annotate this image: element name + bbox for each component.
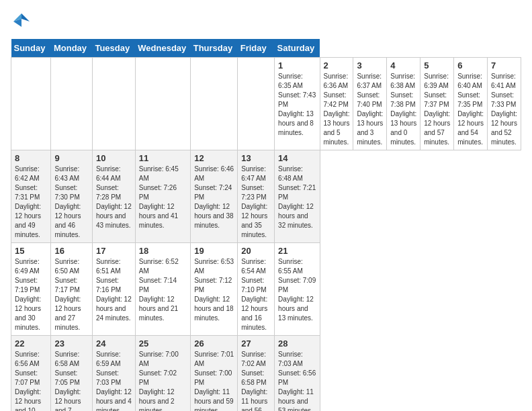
- day-info: Sunrise: 6:35 AMSunset: 7:43 PMDaylight:…: [278, 72, 316, 138]
- calendar-cell: [135, 58, 190, 150]
- day-number: 2: [324, 60, 350, 71]
- day-number: 6: [457, 60, 484, 71]
- day-info: Sunrise: 6:36 AMSunset: 7:42 PMDaylight:…: [324, 72, 350, 147]
- day-info: Sunrise: 6:58 AMSunset: 7:05 PMDaylight:…: [54, 350, 88, 411]
- day-info: Sunrise: 6:42 AMSunset: 7:31 PMDaylight:…: [15, 165, 47, 240]
- day-number: 21: [278, 246, 316, 256]
- day-info: Sunrise: 7:03 AMSunset: 6:56 PMDaylight:…: [278, 350, 316, 411]
- day-info: Sunrise: 6:55 AMSunset: 7:09 PMDaylight:…: [278, 257, 316, 323]
- day-number: 24: [96, 338, 132, 349]
- calendar-cell: 12Sunrise: 6:46 AMSunset: 7:24 PMDayligh…: [191, 150, 238, 243]
- day-number: 25: [139, 338, 187, 349]
- day-info: Sunrise: 6:54 AMSunset: 7:10 PMDaylight:…: [241, 257, 271, 332]
- calendar-cell: 20Sunrise: 6:54 AMSunset: 7:10 PMDayligh…: [238, 243, 275, 336]
- day-number: 4: [390, 60, 416, 71]
- day-info: Sunrise: 6:43 AMSunset: 7:30 PMDaylight:…: [54, 165, 88, 240]
- header: [11, 11, 521, 32]
- day-info: Sunrise: 6:44 AMSunset: 7:28 PMDaylight:…: [96, 165, 132, 230]
- week-row-3: 15Sunrise: 6:49 AMSunset: 7:19 PMDayligh…: [11, 243, 521, 336]
- calendar-cell: [51, 58, 92, 150]
- day-info: Sunrise: 6:53 AMSunset: 7:12 PMDaylight:…: [194, 257, 234, 323]
- day-number: 18: [139, 246, 187, 256]
- day-info: Sunrise: 6:56 AMSunset: 7:07 PMDaylight:…: [15, 350, 47, 411]
- day-number: 12: [194, 153, 234, 163]
- day-info: Sunrise: 6:49 AMSunset: 7:19 PMDaylight:…: [15, 257, 47, 332]
- day-number: 5: [424, 60, 450, 71]
- calendar-cell: 3Sunrise: 6:37 AMSunset: 7:40 PMDaylight…: [353, 58, 387, 150]
- weekday-header-wednesday: Wednesday: [135, 39, 190, 58]
- day-number: 20: [241, 246, 271, 256]
- day-number: 11: [139, 153, 187, 163]
- calendar-cell: 17Sunrise: 6:51 AMSunset: 7:16 PMDayligh…: [92, 243, 135, 336]
- calendar-cell: 16Sunrise: 6:50 AMSunset: 7:17 PMDayligh…: [51, 243, 92, 336]
- calendar-cell: 26Sunrise: 7:01 AMSunset: 7:00 PMDayligh…: [191, 336, 238, 412]
- calendar-cell: 6Sunrise: 6:40 AMSunset: 7:35 PMDaylight…: [454, 58, 488, 150]
- weekday-header-friday: Friday: [238, 39, 275, 58]
- calendar-cell: 28Sunrise: 7:03 AMSunset: 6:56 PMDayligh…: [275, 336, 320, 412]
- day-info: Sunrise: 6:47 AMSunset: 7:23 PMDaylight:…: [241, 165, 271, 240]
- weekday-header-tuesday: Tuesday: [92, 39, 135, 58]
- day-info: Sunrise: 6:38 AMSunset: 7:38 PMDaylight:…: [390, 72, 416, 147]
- calendar-cell: 10Sunrise: 6:44 AMSunset: 7:28 PMDayligh…: [92, 150, 135, 243]
- calendar-cell: 24Sunrise: 6:59 AMSunset: 7:03 PMDayligh…: [92, 336, 135, 412]
- day-number: 19: [194, 246, 234, 256]
- day-info: Sunrise: 7:02 AMSunset: 6:58 PMDaylight:…: [241, 350, 271, 411]
- logo-icon: [11, 11, 32, 32]
- day-number: 9: [54, 153, 88, 163]
- weekday-header-thursday: Thursday: [191, 39, 238, 58]
- calendar-cell: 19Sunrise: 6:53 AMSunset: 7:12 PMDayligh…: [191, 243, 238, 336]
- calendar-cell: 5Sunrise: 6:39 AMSunset: 7:37 PMDaylight…: [420, 58, 454, 150]
- day-number: 17: [96, 246, 132, 256]
- calendar-cell: 27Sunrise: 7:02 AMSunset: 6:58 PMDayligh…: [238, 336, 275, 412]
- week-row-2: 8Sunrise: 6:42 AMSunset: 7:31 PMDaylight…: [11, 150, 521, 243]
- day-number: 1: [278, 60, 316, 71]
- day-number: 10: [96, 153, 132, 163]
- weekday-header-monday: Monday: [51, 39, 92, 58]
- day-number: 27: [241, 338, 271, 349]
- page-container: SundayMondayTuesdayWednesdayThursdayFrid…: [11, 11, 521, 411]
- day-info: Sunrise: 6:40 AMSunset: 7:35 PMDaylight:…: [457, 72, 484, 147]
- day-info: Sunrise: 6:45 AMSunset: 7:26 PMDaylight:…: [139, 165, 187, 230]
- day-number: 26: [194, 338, 234, 349]
- day-info: Sunrise: 7:00 AMSunset: 7:02 PMDaylight:…: [139, 350, 187, 411]
- calendar-cell: 18Sunrise: 6:52 AMSunset: 7:14 PMDayligh…: [135, 243, 190, 336]
- day-number: 7: [491, 60, 517, 71]
- day-info: Sunrise: 6:37 AMSunset: 7:40 PMDaylight:…: [357, 72, 383, 147]
- day-info: Sunrise: 6:52 AMSunset: 7:14 PMDaylight:…: [139, 257, 187, 323]
- calendar-cell: 25Sunrise: 7:00 AMSunset: 7:02 PMDayligh…: [135, 336, 190, 412]
- calendar-cell: 22Sunrise: 6:56 AMSunset: 7:07 PMDayligh…: [11, 336, 51, 412]
- day-number: 14: [278, 153, 316, 163]
- calendar-cell: [92, 58, 135, 150]
- calendar-cell: 1Sunrise: 6:35 AMSunset: 7:43 PMDaylight…: [275, 58, 320, 150]
- calendar-cell: 13Sunrise: 6:47 AMSunset: 7:23 PMDayligh…: [238, 150, 275, 243]
- day-number: 22: [15, 338, 47, 349]
- day-info: Sunrise: 6:48 AMSunset: 7:21 PMDaylight:…: [278, 165, 316, 230]
- calendar-cell: 8Sunrise: 6:42 AMSunset: 7:31 PMDaylight…: [11, 150, 51, 243]
- calendar-cell: [238, 58, 275, 150]
- svg-marker-0: [21, 13, 30, 21]
- day-info: Sunrise: 6:51 AMSunset: 7:16 PMDaylight:…: [96, 257, 132, 323]
- calendar-cell: 23Sunrise: 6:58 AMSunset: 7:05 PMDayligh…: [51, 336, 92, 412]
- calendar-cell: 11Sunrise: 6:45 AMSunset: 7:26 PMDayligh…: [135, 150, 190, 243]
- day-info: Sunrise: 7:01 AMSunset: 7:00 PMDaylight:…: [194, 350, 234, 411]
- day-number: 15: [15, 246, 47, 256]
- calendar-cell: 9Sunrise: 6:43 AMSunset: 7:30 PMDaylight…: [51, 150, 92, 243]
- day-number: 3: [357, 60, 383, 71]
- weekday-header-saturday: Saturday: [275, 39, 320, 58]
- calendar-cell: 2Sunrise: 6:36 AMSunset: 7:42 PMDaylight…: [320, 58, 353, 150]
- day-info: Sunrise: 6:50 AMSunset: 7:17 PMDaylight:…: [54, 257, 88, 332]
- calendar-cell: 14Sunrise: 6:48 AMSunset: 7:21 PMDayligh…: [275, 150, 320, 243]
- week-row-4: 22Sunrise: 6:56 AMSunset: 7:07 PMDayligh…: [11, 336, 521, 412]
- calendar-cell: 7Sunrise: 6:41 AMSunset: 7:33 PMDaylight…: [488, 58, 521, 150]
- day-info: Sunrise: 6:41 AMSunset: 7:33 PMDaylight:…: [491, 72, 517, 147]
- calendar-table: SundayMondayTuesdayWednesdayThursdayFrid…: [11, 39, 521, 411]
- day-number: 28: [278, 338, 316, 349]
- weekday-header-sunday: Sunday: [11, 39, 51, 58]
- calendar-cell: 21Sunrise: 6:55 AMSunset: 7:09 PMDayligh…: [275, 243, 320, 336]
- day-info: Sunrise: 6:59 AMSunset: 7:03 PMDaylight:…: [96, 350, 132, 411]
- week-row-1: 1Sunrise: 6:35 AMSunset: 7:43 PMDaylight…: [11, 58, 521, 150]
- day-number: 13: [241, 153, 271, 163]
- day-number: 16: [54, 246, 88, 256]
- day-number: 23: [54, 338, 88, 349]
- day-info: Sunrise: 6:39 AMSunset: 7:37 PMDaylight:…: [424, 72, 450, 147]
